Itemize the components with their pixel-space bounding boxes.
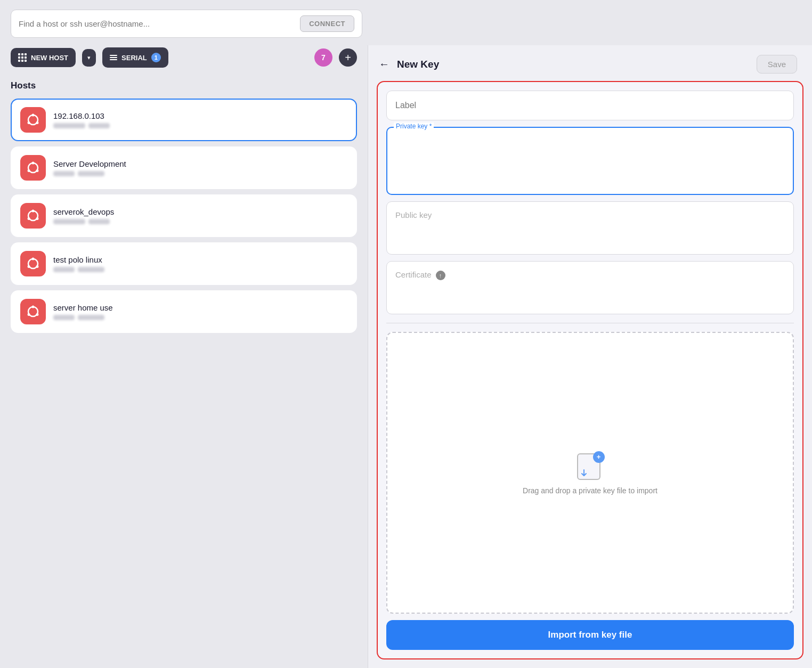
ubuntu-icon (26, 304, 40, 319)
avatar (20, 251, 46, 276)
new-host-label: NEW HOST (31, 54, 68, 62)
host-info: 192.168.0.103 (53, 111, 110, 128)
blur-text (88, 123, 110, 128)
blur-text (53, 123, 85, 128)
svg-point-19 (36, 313, 38, 316)
blur-text (88, 219, 110, 224)
avatar (20, 203, 46, 229)
serial-label: SERIAL (121, 54, 147, 62)
host-info: serverok_devops (53, 207, 114, 224)
serial-button[interactable]: SERIAL 1 (102, 47, 168, 68)
search-input[interactable] (19, 19, 296, 28)
svg-point-3 (36, 121, 38, 124)
host-name: Server Development (53, 159, 126, 168)
badge-count: 7 (314, 48, 332, 67)
host-name: serverok_devops (53, 207, 114, 216)
upload-icon: ↑ (436, 271, 445, 280)
toolbar: NEW HOST ▾ SERIAL 1 7 + (11, 45, 357, 68)
host-list: 192.168.0.103 (11, 99, 357, 333)
divider (386, 323, 794, 323)
svg-point-18 (28, 313, 30, 316)
svg-point-2 (28, 121, 30, 124)
host-item[interactable]: Server Development (11, 146, 357, 189)
host-name: 192.168.0.103 (53, 111, 110, 120)
svg-point-9 (32, 210, 35, 213)
avatar (20, 155, 46, 181)
host-item[interactable]: serverok_devops (11, 194, 357, 237)
host-info: test polo linux (53, 255, 104, 272)
host-sub (53, 315, 113, 320)
svg-point-11 (36, 217, 38, 220)
search-container: CONNECT (11, 10, 362, 38)
main-layout: NEW HOST ▾ SERIAL 1 7 + Hosts (0, 45, 812, 668)
svg-point-14 (28, 265, 30, 268)
blur-text (53, 171, 75, 176)
blur-text (53, 267, 75, 272)
svg-point-13 (32, 258, 35, 260)
hosts-title: Hosts (11, 80, 357, 91)
host-info: Server Development (53, 159, 126, 176)
ubuntu-icon (26, 256, 40, 271)
private-key-label: Private key * (394, 123, 434, 130)
right-header: ← New Key Save (368, 45, 812, 81)
private-key-input[interactable] (387, 128, 793, 192)
right-panel: ← New Key Save Private key * Public key … (368, 45, 812, 668)
svg-point-17 (32, 306, 35, 308)
private-key-wrapper: Private key * (386, 127, 794, 195)
left-panel: NEW HOST ▾ SERIAL 1 7 + Hosts (0, 45, 368, 668)
ubuntu-icon (26, 112, 40, 127)
svg-point-7 (36, 169, 38, 172)
host-sub (53, 267, 104, 272)
avatar (20, 107, 46, 133)
drop-zone[interactable]: + Drag and drop a private key file to im… (386, 332, 794, 614)
blur-text (78, 171, 104, 176)
host-name: server home use (53, 303, 113, 312)
avatar (20, 299, 46, 324)
back-arrow-icon[interactable]: ← (379, 58, 389, 70)
label-input[interactable] (386, 91, 794, 120)
import-from-key-file-button[interactable]: Import from key file (386, 620, 794, 650)
blur-text (78, 315, 104, 320)
blur-text (78, 267, 104, 272)
svg-point-10 (28, 217, 30, 220)
serial-icon (110, 55, 117, 60)
host-sub (53, 123, 110, 128)
svg-point-5 (32, 162, 35, 165)
host-sub (53, 219, 114, 224)
new-host-chevron[interactable]: ▾ (82, 49, 96, 67)
svg-point-1 (32, 114, 35, 117)
save-button[interactable]: Save (757, 55, 797, 74)
top-bar: CONNECT (0, 0, 812, 45)
new-host-button[interactable]: NEW HOST (11, 48, 76, 67)
panel-title: New Key (397, 59, 749, 70)
drop-zone-text: Drag and drop a private key file to impo… (523, 486, 657, 495)
ubuntu-icon (26, 208, 40, 223)
public-key-field[interactable]: Public key (386, 201, 794, 255)
certificate-label: Certificate (395, 270, 432, 279)
plus-icon: + (593, 451, 605, 463)
svg-point-15 (36, 265, 38, 268)
host-item[interactable]: 192.168.0.103 (11, 99, 357, 141)
host-sub (53, 171, 126, 176)
certificate-field[interactable]: Certificate ↑ (386, 261, 794, 314)
host-name: test polo linux (53, 255, 104, 264)
host-info: server home use (53, 303, 113, 320)
host-item[interactable]: server home use (11, 290, 357, 333)
host-item[interactable]: test polo linux (11, 242, 357, 285)
add-button[interactable]: + (339, 48, 357, 67)
connect-button[interactable]: CONNECT (300, 15, 354, 32)
drop-zone-icon: + (576, 451, 605, 480)
form-panel: Private key * Public key Certificate ↑ + (377, 81, 803, 659)
serial-badge: 1 (151, 53, 161, 62)
blur-text (53, 315, 75, 320)
svg-point-6 (28, 169, 30, 172)
grid-icon (18, 53, 27, 62)
ubuntu-icon (26, 160, 40, 175)
blur-text (53, 219, 85, 224)
